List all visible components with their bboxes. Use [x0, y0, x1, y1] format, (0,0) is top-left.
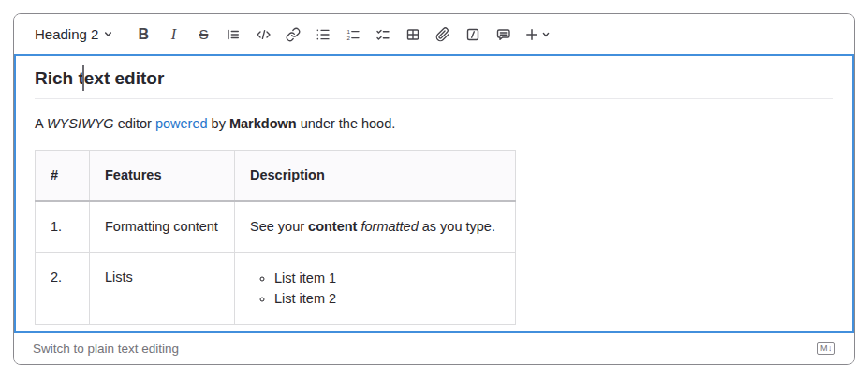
- task-list-icon: [375, 27, 390, 42]
- quick-action-button[interactable]: [458, 21, 488, 49]
- bold-button[interactable]: B: [128, 21, 158, 49]
- link-icon: [286, 27, 301, 42]
- svg-text:1: 1: [347, 27, 351, 34]
- table-cell-index[interactable]: 2.: [36, 253, 90, 325]
- paragraph-bold-text: Markdown: [229, 116, 297, 131]
- blockquote-button[interactable]: [218, 21, 248, 49]
- ordered-list-button[interactable]: 12: [338, 21, 368, 49]
- markdown-supported-icon[interactable]: M↓: [817, 342, 835, 355]
- editor-toolbar: Heading 2 B I S: [14, 14, 854, 54]
- document-table: # Features Description 1. Formatting con…: [35, 150, 516, 325]
- blockquote-icon: [226, 27, 241, 42]
- switch-to-plain-text-button[interactable]: Switch to plain text editing: [33, 342, 179, 356]
- editor-footer: Switch to plain text editing M↓: [14, 333, 854, 364]
- italic-icon: I: [171, 26, 176, 43]
- table-header-cell[interactable]: Description: [235, 151, 516, 202]
- ordered-list-icon: 12: [346, 27, 360, 42]
- description-text: as you type.: [419, 219, 495, 234]
- document-heading-text: Rich text editor: [35, 68, 164, 88]
- task-list-button[interactable]: [368, 21, 398, 49]
- link-button[interactable]: [278, 21, 308, 49]
- table-cell-feature[interactable]: Formatting content: [90, 201, 235, 253]
- comment-button[interactable]: [488, 21, 518, 49]
- table-button[interactable]: [398, 21, 428, 49]
- strikethrough-icon: S: [199, 26, 208, 42]
- plus-icon: [524, 27, 539, 42]
- comment-icon: [495, 27, 511, 42]
- attach-file-button[interactable]: [428, 21, 458, 49]
- table-cell-feature[interactable]: Lists: [90, 253, 235, 325]
- italic-button[interactable]: I: [158, 21, 188, 49]
- svg-text:2: 2: [347, 34, 351, 40]
- powered-link[interactable]: powered: [155, 116, 208, 131]
- table-header-cell[interactable]: #: [36, 151, 90, 202]
- bullet-list-button[interactable]: [308, 21, 338, 49]
- text-style-dropdown-label: Heading 2: [35, 26, 98, 42]
- chevron-down-icon: [103, 29, 113, 39]
- text-cursor: [82, 65, 84, 91]
- paperclip-icon: [435, 27, 450, 42]
- paragraph-text: by: [208, 116, 229, 131]
- paragraph-text: A: [35, 116, 47, 131]
- text-style-dropdown[interactable]: Heading 2: [25, 21, 121, 49]
- rich-text-editor: Heading 2 B I S: [13, 13, 855, 365]
- quick-action-icon: [465, 27, 480, 42]
- code-button[interactable]: [248, 21, 278, 49]
- editor-content-area[interactable]: Rich text editor A WYSIWYG editor powere…: [14, 54, 854, 333]
- chevron-down-icon: [541, 30, 551, 39]
- bold-icon: B: [139, 26, 150, 43]
- paragraph-text: under the hood.: [297, 116, 396, 131]
- table-icon: [405, 27, 420, 42]
- more-options-button[interactable]: [518, 21, 557, 49]
- description-italic-text: formatted: [360, 219, 418, 234]
- table-cell-description[interactable]: See your content formatted as you type.: [235, 201, 516, 253]
- paragraph-text: editor: [114, 116, 155, 131]
- list-item: List item 2: [274, 288, 500, 309]
- code-icon: [256, 27, 272, 42]
- table-cell-description[interactable]: List item 1 List item 2: [235, 253, 516, 325]
- strikethrough-button[interactable]: S: [188, 21, 218, 49]
- bullet-list-icon: [316, 27, 331, 42]
- document-paragraph: A WYSIWYG editor powered by Markdown und…: [35, 114, 833, 133]
- bullet-list: List item 1 List item 2: [250, 268, 500, 309]
- table-row: 2. Lists List item 1 List item 2: [36, 253, 516, 325]
- table-cell-index[interactable]: 1.: [36, 201, 90, 253]
- table-header-cell[interactable]: Features: [90, 151, 235, 202]
- description-bold-text: content: [308, 219, 357, 234]
- table-header-row: # Features Description: [36, 151, 516, 202]
- table-row: 1. Formatting content See your content f…: [36, 201, 516, 253]
- list-item: List item 1: [274, 268, 500, 288]
- document-heading: Rich text editor: [35, 67, 833, 99]
- description-text: See your: [250, 219, 308, 234]
- paragraph-italic-text: WYSIWYG: [47, 116, 114, 131]
